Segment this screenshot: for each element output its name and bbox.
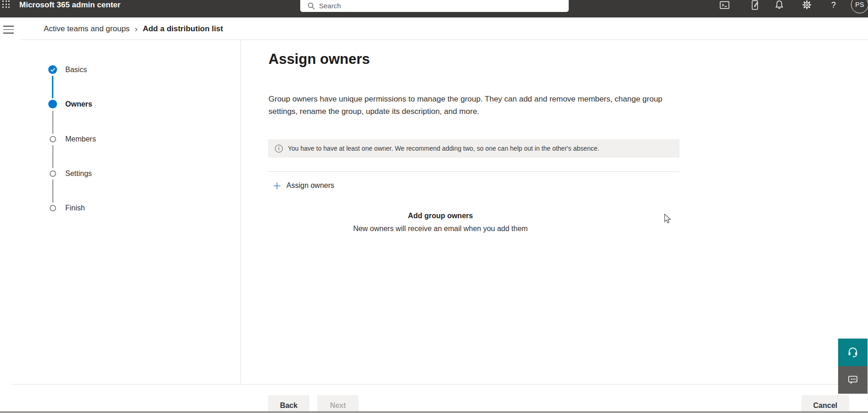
step-connector [52,76,53,98]
headset-icon [846,346,859,359]
breadcrumb: Active teams and groups › Add a distribu… [44,24,223,34]
page-title: Assign owners [268,50,370,69]
step-finish-indicator[interactable] [50,205,56,211]
step-settings-label[interactable]: Settings [65,169,92,178]
check-icon [50,68,56,72]
search-input[interactable] [319,2,540,10]
step-members-indicator[interactable] [50,136,56,142]
step-connector [52,145,53,168]
footer-divider [11,384,868,385]
whats-new-icon[interactable] [749,0,760,10]
search-icon [308,2,315,10]
bottom-edge [0,411,868,413]
feedback-icon [847,374,859,386]
step-members-label[interactable]: Members [65,135,96,144]
steps-content-divider [240,40,241,384]
info-icon: i [275,145,283,153]
notifications-icon[interactable] [774,0,785,10]
app-title: Microsoft 365 admin center [19,0,120,10]
section-divider [268,171,680,172]
top-app-bar: Microsoft 365 admin center [0,0,868,17]
empty-state: Add group owners New owners will receive… [268,211,613,235]
info-banner: i You have to have at least one owner. W… [268,139,680,158]
step-settings-indicator[interactable] [50,170,56,177]
plus-icon [273,182,281,190]
breadcrumb-parent-link[interactable]: Active teams and groups [44,24,130,34]
account-avatar[interactable]: PS [851,0,868,13]
page: Microsoft 365 admin center [0,0,868,413]
assign-owners-label: Assign owners [286,180,334,191]
cancel-button[interactable]: Cancel [801,395,849,413]
assign-owners-button[interactable]: Assign owners [273,180,334,191]
breadcrumb-separator-icon: › [135,25,137,33]
help-icon[interactable]: ? [828,0,839,10]
step-finish-label[interactable]: Finish [65,204,85,213]
breadcrumb-current: Add a distribution list [143,24,223,34]
app-launcher-icon[interactable] [2,0,10,8]
breadcrumb-divider [21,40,868,40]
info-banner-text: You have to have at least one owner. We … [288,145,599,152]
step-basics-indicator[interactable] [48,65,57,74]
mouse-cursor-icon [664,214,673,226]
next-button[interactable]: Next [317,395,359,413]
step-owners-label[interactable]: Owners [65,100,92,109]
search-box[interactable] [300,0,569,12]
empty-state-title: Add group owners [268,211,613,221]
support-button[interactable] [838,339,868,366]
page-description: Group owners have unique permissions to … [268,93,675,118]
step-connector [52,180,53,203]
step-connector [52,111,53,134]
nav-menu-icon[interactable] [3,26,14,34]
feedback-button[interactable] [838,366,868,394]
terminal-icon[interactable] [719,0,730,10]
empty-state-subtitle: New owners will receive an email when yo… [268,223,613,235]
settings-icon[interactable] [801,0,812,10]
step-basics-label[interactable]: Basics [65,65,87,74]
back-button[interactable]: Back [268,395,309,413]
step-owners-indicator[interactable] [48,100,57,108]
